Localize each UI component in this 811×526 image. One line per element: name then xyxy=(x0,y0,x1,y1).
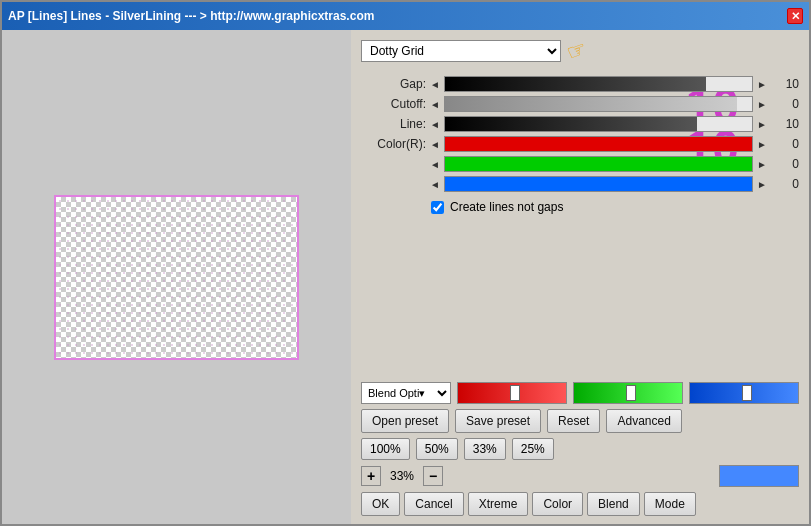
colorG-value: 0 xyxy=(771,157,799,171)
colorR-slider-row: Color(R): ◄ ► 0 xyxy=(361,134,799,154)
color-button[interactable]: Color xyxy=(532,492,583,516)
zoom-control-row: + 33% − xyxy=(361,465,799,487)
open-preset-button[interactable]: Open preset xyxy=(361,409,449,433)
color-swatch xyxy=(719,465,799,487)
green-slider-fill xyxy=(574,383,682,403)
line-slider-fill xyxy=(445,117,697,131)
preview-box xyxy=(54,195,299,360)
cursor-icon: ☞ xyxy=(563,35,591,66)
line-slider-row: Line: ◄ ► 10 xyxy=(361,114,799,134)
colorB-value: 0 xyxy=(771,177,799,191)
zoom-percent-row: 100% 50% 33% 25% xyxy=(361,438,799,460)
blue-color-slider[interactable] xyxy=(689,382,799,404)
cutoff-value: 0 xyxy=(771,97,799,111)
cutoff-arrow-left[interactable]: ◄ xyxy=(430,99,440,110)
cutoff-slider-fill xyxy=(445,97,737,111)
line-value: 10 xyxy=(771,117,799,131)
gap-value: 10 xyxy=(771,77,799,91)
zoom-plus-button[interactable]: + xyxy=(361,466,381,486)
spacer xyxy=(361,218,799,378)
cutoff-slider-row: Cutoff: ◄ ► 0 xyxy=(361,94,799,114)
colorR-arrow-left[interactable]: ◄ xyxy=(430,139,440,150)
create-lines-checkbox[interactable] xyxy=(431,201,444,214)
green-slider-thumb xyxy=(626,385,636,401)
blend-dropdown[interactable]: Blend Opti▾ xyxy=(361,382,451,404)
colorG-slider-fill xyxy=(445,157,752,171)
window-title: AP [Lines] Lines - SilverLining --- > ht… xyxy=(8,9,374,23)
colorR-value: 0 xyxy=(771,137,799,151)
colorG-arrow-right[interactable]: ► xyxy=(757,159,767,170)
red-slider-thumb xyxy=(510,385,520,401)
colorG-slider-track xyxy=(444,156,753,172)
zoom-minus-button[interactable]: − xyxy=(423,466,443,486)
save-preset-button[interactable]: Save preset xyxy=(455,409,541,433)
advanced-button[interactable]: Advanced xyxy=(606,409,681,433)
zoom-25-button[interactable]: 25% xyxy=(512,438,554,460)
colorG-slider-row: ◄ ► 0 xyxy=(361,154,799,174)
red-slider-fill xyxy=(458,383,566,403)
preset-row: Dotty Grid ☞ xyxy=(361,38,799,64)
zoom-50-button[interactable]: 50% xyxy=(416,438,458,460)
colorB-slider-track xyxy=(444,176,753,192)
gap-slider-fill xyxy=(445,77,706,91)
line-arrow-right[interactable]: ► xyxy=(757,119,767,130)
content-area: Dotty Grid ☞ 10 10 Gap: ◄ xyxy=(2,30,809,524)
create-lines-label: Create lines not gaps xyxy=(450,200,563,214)
colorR-arrow-right[interactable]: ► xyxy=(757,139,767,150)
blend-button[interactable]: Blend xyxy=(587,492,640,516)
sliders-section: 10 10 Gap: ◄ ► 10 Cutoff: xyxy=(361,74,799,194)
cutoff-arrow-right[interactable]: ► xyxy=(757,99,767,110)
colorR-slider-track xyxy=(444,136,753,152)
cutoff-slider-track xyxy=(444,96,753,112)
gap-slider-container[interactable] xyxy=(444,76,753,92)
colorR-slider-fill xyxy=(445,137,752,151)
colorB-arrow-left[interactable]: ◄ xyxy=(430,179,440,190)
line-slider-track xyxy=(444,116,753,132)
blue-slider-thumb xyxy=(742,385,752,401)
gap-arrow-right[interactable]: ► xyxy=(757,79,767,90)
checkbox-row: Create lines not gaps xyxy=(361,200,799,214)
line-label: Line: xyxy=(361,117,426,131)
cutoff-label: Cutoff: xyxy=(361,97,426,111)
main-window: AP [Lines] Lines - SilverLining --- > ht… xyxy=(0,0,811,526)
colorB-slider-container[interactable] xyxy=(444,176,753,192)
gap-slider-row: Gap: ◄ ► 10 xyxy=(361,74,799,94)
preset-dropdown[interactable]: Dotty Grid xyxy=(361,40,561,62)
colorB-slider-fill xyxy=(445,177,752,191)
left-panel xyxy=(2,30,351,524)
cancel-button[interactable]: Cancel xyxy=(404,492,463,516)
colorG-slider-container[interactable] xyxy=(444,156,753,172)
colorB-arrow-right[interactable]: ► xyxy=(757,179,767,190)
ok-button[interactable]: OK xyxy=(361,492,400,516)
gap-label: Gap: xyxy=(361,77,426,91)
gap-arrow-left[interactable]: ◄ xyxy=(430,79,440,90)
cutoff-slider-container[interactable] xyxy=(444,96,753,112)
title-bar: AP [Lines] Lines - SilverLining --- > ht… xyxy=(2,2,809,30)
blend-row: Blend Opti▾ xyxy=(361,382,799,404)
preview-dots xyxy=(56,197,297,358)
colorB-slider-row: ◄ ► 0 xyxy=(361,174,799,194)
colorR-label: Color(R): xyxy=(361,137,426,151)
line-arrow-left[interactable]: ◄ xyxy=(430,119,440,130)
bottom-section: Blend Opti▾ xyxy=(361,382,799,516)
right-panel: Dotty Grid ☞ 10 10 Gap: ◄ xyxy=(351,30,809,524)
action-button-row: OK Cancel Xtreme Color Blend Mode xyxy=(361,492,799,516)
green-color-slider[interactable] xyxy=(573,382,683,404)
blue-slider-fill xyxy=(690,383,798,403)
close-button[interactable]: ✕ xyxy=(787,8,803,24)
preset-button-row: Open preset Save preset Reset Advanced xyxy=(361,409,799,433)
xtreme-button[interactable]: Xtreme xyxy=(468,492,529,516)
zoom-33-button[interactable]: 33% xyxy=(464,438,506,460)
reset-button[interactable]: Reset xyxy=(547,409,600,433)
red-color-slider[interactable] xyxy=(457,382,567,404)
zoom-100-button[interactable]: 100% xyxy=(361,438,410,460)
mode-button[interactable]: Mode xyxy=(644,492,696,516)
colorG-arrow-left[interactable]: ◄ xyxy=(430,159,440,170)
colorR-slider-container[interactable] xyxy=(444,136,753,152)
line-slider-container[interactable] xyxy=(444,116,753,132)
zoom-current-value: 33% xyxy=(387,469,417,483)
gap-slider-track xyxy=(444,76,753,92)
